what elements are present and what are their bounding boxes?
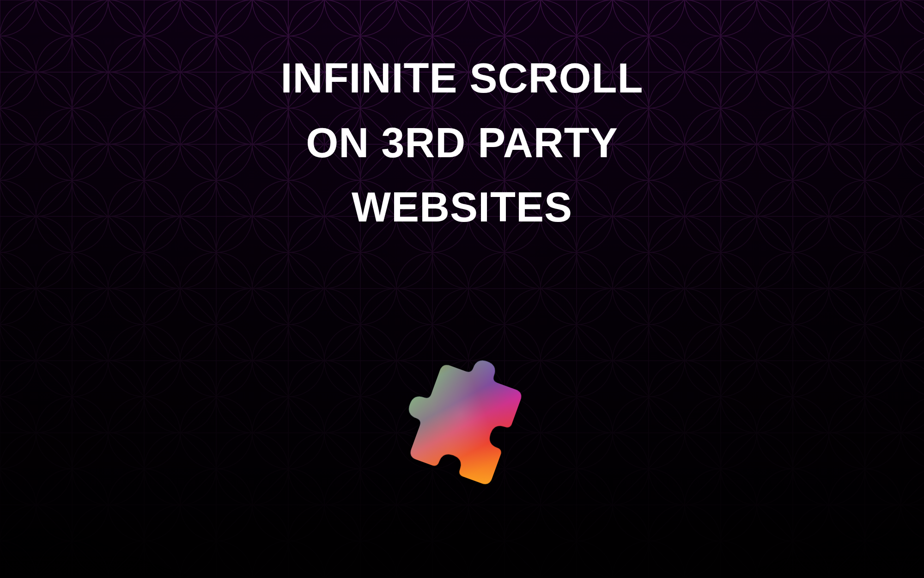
- title-line-3: WEBSITES: [0, 175, 924, 240]
- title-line-1: INFINITE SCROLL: [0, 46, 924, 111]
- title-line-2: ON 3RD PARTY: [0, 111, 924, 176]
- page-title: INFINITE SCROLL ON 3RD PARTY WEBSITES: [0, 46, 924, 240]
